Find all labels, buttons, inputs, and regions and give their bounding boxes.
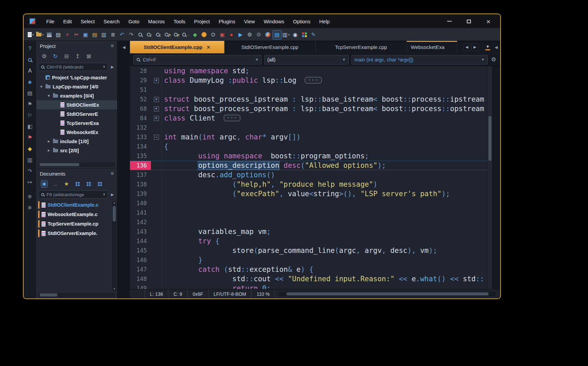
code-line[interactable]: 146 }: [130, 255, 487, 265]
code-line[interactable]: 132: [130, 123, 487, 132]
tree-item[interactable]: Project 'LspCpp-master: [36, 73, 117, 82]
code-line-text[interactable]: class DummyLog :public lsp::Log ···: [162, 76, 487, 85]
line-number[interactable]: 135: [130, 151, 151, 161]
chevron-open-icon[interactable]: ▾: [47, 94, 51, 98]
menu-search[interactable]: Search: [100, 17, 124, 26]
close-button[interactable]: ×: [483, 17, 493, 26]
find-next-icon[interactable]: ›: [154, 30, 163, 39]
folded-code-ellipsis[interactable]: ···: [305, 77, 321, 83]
code-line[interactable]: 28using namespace std;: [130, 66, 487, 76]
panel-splitter[interactable]: ◀: [117, 41, 130, 298]
code-line[interactable]: 133−int main(int argc, char* argv[]): [130, 132, 487, 142]
code-line-text[interactable]: ("help,h", "produce help message"): [162, 180, 487, 189]
project-search-dropdown-icon[interactable]: ▼: [103, 65, 106, 69]
code-line[interactable]: 137 desc.add_options(): [130, 170, 487, 180]
code-line-text[interactable]: [162, 208, 487, 217]
tab-close-icon[interactable]: ✕: [207, 45, 211, 50]
line-number[interactable]: 139: [130, 189, 151, 199]
sort-mode-icon[interactable]: ..: [52, 181, 58, 187]
code-line[interactable]: 68+struct boost_process_opstream : lsp::…: [130, 104, 487, 113]
paste-special-icon[interactable]: ▥: [100, 30, 108, 39]
paste-icon[interactable]: ▤: [90, 30, 99, 39]
project-tree-hscroll-thumb[interactable]: [39, 163, 79, 166]
grid-view2-icon[interactable]: [86, 181, 92, 187]
menu-select[interactable]: Select: [77, 17, 99, 26]
refresh-icon[interactable]: ↻: [52, 53, 58, 60]
code-line-text[interactable]: variables_map vm;: [162, 227, 487, 236]
code-line[interactable]: 51: [130, 85, 487, 95]
spell-check-icon[interactable]: A: [26, 67, 34, 75]
status-line[interactable]: L: 136: [145, 289, 168, 298]
fold-toggle[interactable]: +: [151, 104, 162, 113]
project-search-next-button[interactable]: ▶: [110, 65, 115, 69]
chevron-closed-icon[interactable]: ▸: [47, 148, 51, 153]
code-line[interactable]: 143 variables_map vm;: [130, 227, 487, 236]
collapse-all-icon[interactable]: ⊟: [63, 53, 70, 60]
tree-item[interactable]: StdIOClientEx: [36, 100, 117, 109]
line-number[interactable]: 133: [130, 132, 151, 142]
edit-pencil-icon[interactable]: ✎: [309, 30, 318, 39]
status-encoding[interactable]: LF/UTF-8-BOM: [209, 289, 251, 298]
project-tree-hscrollbar[interactable]: [38, 162, 115, 167]
fold-expand-icon[interactable]: +: [154, 116, 159, 121]
menu-help[interactable]: Help: [316, 17, 333, 26]
fold-toggle[interactable]: +: [151, 113, 162, 123]
close-file-icon[interactable]: ×: [63, 30, 72, 39]
code-line-text[interactable]: options_description desc("Allowed option…: [162, 161, 487, 170]
flag-icon[interactable]: ⚑: [26, 101, 34, 108]
menu-view[interactable]: View: [240, 17, 259, 26]
tab-tcpserverexample-cpp[interactable]: TcpServerExample.cpp: [316, 41, 407, 53]
code-line[interactable]: 136 options_description desc("Allowed op…: [130, 161, 487, 170]
code-line-text[interactable]: }: [162, 255, 487, 265]
code-line[interactable]: 145 store(parse_command_line(argc, argv,…: [130, 246, 487, 255]
maximize-button[interactable]: [464, 17, 474, 26]
minimize-button[interactable]: [444, 17, 454, 26]
code-line[interactable]: 29+class DummyLog :public lsp::Log ···: [130, 76, 487, 85]
document-item[interactable]: WebsocketExample.c: [36, 210, 117, 219]
line-number[interactable]: 142: [130, 217, 151, 227]
wrench-icon[interactable]: ⚙: [41, 53, 47, 60]
dropdown-arrow-icon[interactable]: ▾: [288, 33, 290, 36]
preview-eye-icon[interactable]: ◉: [291, 30, 300, 39]
document-item[interactable]: StdIOClientExample.c: [36, 200, 117, 210]
code-line[interactable]: 141: [130, 208, 487, 217]
symbol-select[interactable]: main (int argc, char *argv[]) ▼: [351, 55, 488, 64]
scroll-down-icon[interactable]: ▼: [113, 287, 116, 291]
chevron-open-icon[interactable]: ▾: [39, 84, 44, 89]
code-line[interactable]: 149 return 0;: [130, 284, 487, 289]
redo-icon[interactable]: ↷: [127, 30, 136, 39]
settings-file-icon[interactable]: ⚙: [255, 30, 263, 39]
line-number[interactable]: 138: [130, 180, 151, 189]
code-line-text[interactable]: int main(int argc, char* argv[]): [162, 132, 487, 142]
code-line-text[interactable]: std::cout << "Undefined input.Reason:" <…: [162, 274, 487, 284]
print-icon[interactable]: ▤: [54, 30, 63, 39]
documents-hscroll-thumb[interactable]: [40, 293, 57, 296]
editor-search-input[interactable]: Ctrl+F ▼: [133, 55, 262, 64]
open-file-icon[interactable]: ▾: [35, 30, 45, 39]
line-number[interactable]: 51: [130, 85, 151, 95]
code-line-text[interactable]: desc.add_options(): [162, 170, 487, 180]
settings-gear-icon[interactable]: ⚙: [245, 30, 254, 39]
code-line-text[interactable]: struct boost_process_opstream : lsp::bas…: [162, 104, 487, 113]
addons-circle-icon[interactable]: [209, 30, 218, 39]
chevron-closed-icon[interactable]: ▸: [47, 139, 51, 143]
flag-outline-icon[interactable]: ⚐: [26, 112, 34, 119]
bookmark-icon[interactable]: ◧: [26, 123, 34, 130]
dropdown-arrow-icon[interactable]: ▾: [32, 33, 34, 36]
tree-item[interactable]: TcpServerExa: [36, 119, 117, 128]
code-editor[interactable]: 28using namespace std;29+class DummyLog …: [130, 66, 487, 289]
code-line-text[interactable]: using namespace boost::program_options;: [162, 151, 487, 161]
editor-search-dropdown-icon[interactable]: ▼: [255, 58, 259, 61]
menu-goto[interactable]: Goto: [125, 17, 143, 26]
code-line[interactable]: 134{: [130, 142, 487, 151]
menu-macros[interactable]: Macros: [144, 17, 168, 26]
code-line-text[interactable]: using namespace std;: [162, 66, 487, 76]
line-number[interactable]: 132: [130, 123, 151, 132]
new-file-icon[interactable]: ▾: [26, 30, 35, 39]
line-number[interactable]: 29: [130, 76, 151, 85]
document-icon[interactable]: ≣: [109, 30, 117, 39]
code-line-text[interactable]: {: [162, 142, 487, 151]
code-line[interactable]: 135 using namespace boost::program_optio…: [130, 151, 487, 161]
fold-expand-icon[interactable]: +: [154, 97, 159, 102]
layout-columns-icon[interactable]: ▥▾: [282, 30, 291, 39]
